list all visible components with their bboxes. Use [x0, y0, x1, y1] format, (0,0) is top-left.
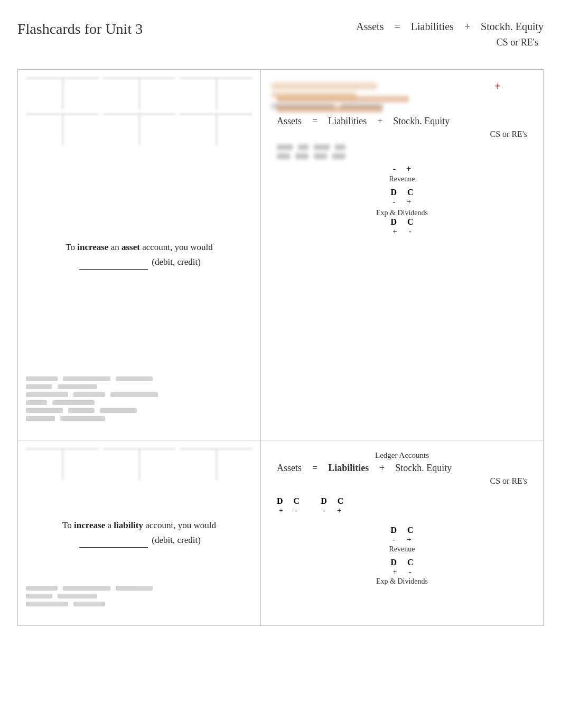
- c2-exp-div-label: Exp & Dividends: [376, 577, 428, 585]
- page-header: Flashcards for Unit 3 Assets = Liabiliti…: [0, 0, 561, 59]
- q1-bold1: increase: [77, 242, 108, 252]
- c2-dc-exp-d: D: [390, 558, 397, 567]
- c2-minus-assets: -: [295, 506, 297, 515]
- mini-t-3: [180, 78, 253, 109]
- q2-line2: a: [107, 520, 111, 530]
- card2-question: To increase a liability account, you wou…: [62, 518, 216, 547]
- card-row-1: To increase an asset account, you would …: [17, 69, 544, 440]
- q2-line3: account, you would: [145, 520, 216, 530]
- card2-answer: Ledger Accounts Assets = Liabilities + S…: [277, 451, 527, 591]
- c1-dc-c: C: [407, 188, 414, 197]
- q2-blank: [79, 533, 148, 548]
- c2-dc-rev-d: D: [390, 526, 397, 535]
- c2-eq-plus: +: [379, 463, 385, 474]
- c2-revenue-label: Revenue: [389, 545, 415, 553]
- c1-pm2-plus: +: [392, 227, 397, 236]
- c1-eq-equals: =: [312, 116, 317, 127]
- eq-assets: Assets: [356, 21, 384, 33]
- c2-pm-rev-plus: +: [407, 535, 411, 544]
- c2-d-liab: D: [321, 496, 327, 506]
- c1-exp-div-label: Exp & Dividends: [376, 209, 428, 217]
- c2-c-liab: C: [338, 496, 344, 506]
- card2-blurred-rows: [26, 583, 253, 610]
- card1-question: To increase an asset account, you would …: [66, 240, 212, 269]
- c2-dc-rev-c: C: [407, 526, 414, 535]
- card2-left: To increase a liability account, you wou…: [18, 440, 261, 625]
- c2-d-assets: D: [277, 496, 283, 506]
- q2-bold1: increase: [74, 520, 105, 530]
- card1-answer: + Assets = Liabilities + Stockh. Equity …: [277, 80, 527, 241]
- c2-eq-liabilities: Liabilities: [328, 463, 369, 474]
- eq-plus: +: [464, 21, 470, 33]
- q1-line2: an: [111, 242, 119, 252]
- c1-revenue-label: Revenue: [389, 175, 415, 183]
- eq-liabilities: Liabilities: [411, 21, 454, 33]
- q1-blank-label: (debit, credit): [152, 257, 201, 267]
- c1-pm2-minus: -: [409, 227, 412, 236]
- c2-eq-equals: =: [312, 463, 317, 474]
- mini-t-4: [26, 114, 99, 145]
- card1-left: To increase an asset account, you would …: [18, 70, 261, 440]
- c1-rev-minus: -: [393, 164, 396, 174]
- c2-eq-equity: Stockh. Equity: [395, 463, 452, 474]
- q2-bold2: liability: [114, 520, 143, 530]
- blurred-text-rows: [26, 373, 253, 424]
- mini-t-6: [180, 114, 253, 145]
- c1-pm-plus: +: [407, 197, 411, 206]
- c1-dc2-c: C: [407, 217, 414, 227]
- c2-pm-rev-minus: -: [392, 535, 395, 544]
- q1-line3: account, you would: [142, 242, 213, 252]
- c2-c-assets: C: [294, 496, 300, 506]
- card1-right: + Assets = Liabilities + Stockh. Equity …: [261, 70, 543, 440]
- c2-plus-assets: +: [279, 506, 283, 515]
- blurred-t-grid: [26, 78, 253, 145]
- c2-dc-exp-c: C: [407, 558, 414, 567]
- eq-equity: Stockh. Equity: [481, 21, 544, 33]
- q1-bold2: asset: [121, 242, 140, 252]
- c1-dc2-d: D: [390, 217, 397, 227]
- mini-t-1: [26, 78, 99, 109]
- c1-eq-liabilities: Liabilities: [328, 116, 367, 127]
- c2-plus-liab: +: [337, 506, 341, 515]
- q1-blank: [79, 255, 148, 270]
- q2-blank-label: (debit, credit): [152, 535, 201, 545]
- c1-eq-plus: +: [377, 116, 382, 127]
- mini-t-7: [26, 448, 99, 480]
- c1-eq-sub: CS or RE's: [490, 130, 527, 139]
- q2-line1: To: [62, 520, 72, 530]
- c2-pm-exp-plus: +: [392, 567, 397, 576]
- card1-plus-indicator: +: [495, 80, 501, 92]
- c1-dc-d: D: [390, 188, 397, 197]
- q1-line1: To: [66, 242, 75, 252]
- c2-eq-sub: CS or RE's: [490, 476, 527, 485]
- card2-blurred-grid: [26, 448, 253, 480]
- mini-t-8: [103, 448, 176, 480]
- card2-ledger-header: Ledger Accounts: [277, 451, 527, 460]
- c2-pm-exp-minus: -: [409, 567, 412, 576]
- c1-eq-equity: Stockh. Equity: [393, 116, 450, 127]
- c2-minus-liab: -: [323, 506, 325, 515]
- page-title: Flashcards for Unit 3: [17, 21, 143, 38]
- eq-equals: =: [394, 21, 400, 33]
- c2-eq-assets: Assets: [277, 463, 302, 474]
- c1-pm-minus: -: [392, 197, 395, 206]
- ledger-label: Ledger Accounts: [375, 451, 429, 459]
- mini-t-2: [103, 78, 176, 109]
- c1-rev-plus: +: [406, 164, 411, 174]
- mini-t-5: [103, 114, 176, 145]
- c1-eq-assets: Assets: [277, 116, 302, 127]
- card2-right: Ledger Accounts Assets = Liabilities + S…: [261, 440, 543, 625]
- eq-sub: CS or RE's: [356, 37, 544, 48]
- card-row-2: To increase a liability account, you wou…: [17, 440, 544, 626]
- header-equation: Assets = Liabilities + Stockh. Equity CS…: [356, 21, 544, 48]
- cards-container: To increase an asset account, you would …: [0, 59, 561, 637]
- mini-t-9: [180, 448, 253, 480]
